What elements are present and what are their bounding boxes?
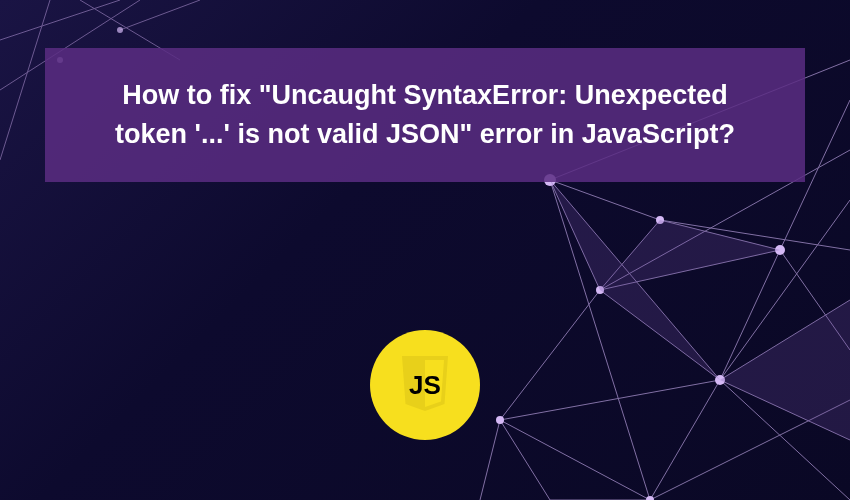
svg-line-7 [550,180,650,500]
title-banner: How to fix "Uncaught SyntaxError: Unexpe… [45,48,805,182]
svg-line-29 [500,420,550,500]
svg-text:JS: JS [409,370,441,400]
svg-marker-41 [720,300,850,440]
svg-line-4 [120,0,200,30]
svg-line-15 [500,290,600,420]
svg-line-17 [500,420,650,500]
svg-line-30 [480,420,500,500]
svg-line-22 [500,380,720,420]
svg-marker-42 [600,220,780,290]
js-shield-icon: JS [394,350,456,420]
svg-line-2 [0,0,50,160]
svg-line-0 [0,0,120,40]
svg-point-37 [646,496,654,500]
javascript-logo: JS [370,330,480,440]
svg-point-38 [117,27,123,33]
title-text: How to fix "Uncaught SyntaxError: Unexpe… [85,76,765,154]
svg-point-36 [496,416,504,424]
